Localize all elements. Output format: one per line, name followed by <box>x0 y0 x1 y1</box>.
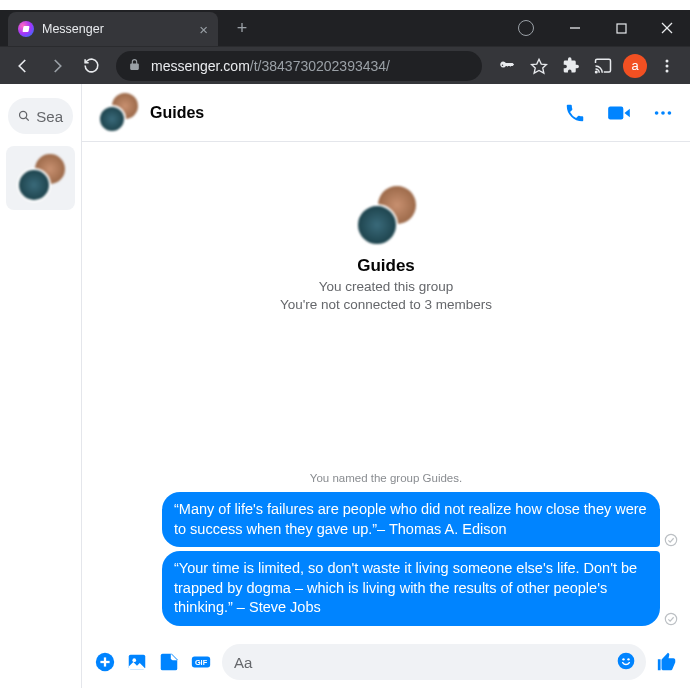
sent-receipt-icon <box>664 533 678 547</box>
url-host: messenger.com/t/3843730202393434/ <box>151 58 390 74</box>
tab-title: Messenger <box>42 22 191 36</box>
browser-menu-icon[interactable] <box>652 51 682 81</box>
messenger-favicon <box>18 21 34 37</box>
conversation-menu-icon[interactable] <box>652 102 674 124</box>
conversation-pane: Guides Guides You created this group <box>82 84 690 688</box>
svg-point-12 <box>655 111 659 115</box>
svg-point-25 <box>622 658 624 660</box>
sidebar: Sea <box>0 84 82 688</box>
emoji-picker-icon[interactable] <box>616 651 636 674</box>
svg-point-21 <box>132 658 136 662</box>
sticker-icon[interactable] <box>158 651 180 673</box>
forward-button[interactable] <box>42 51 72 81</box>
message-bubble[interactable]: “Your time is limited, so don't waste it… <box>162 551 660 626</box>
close-window-button[interactable] <box>644 10 690 46</box>
search-icon <box>18 108 30 124</box>
browser-chrome: Messenger × + <box>0 10 690 84</box>
add-attachment-icon[interactable] <box>94 651 116 673</box>
window-controls <box>506 10 690 46</box>
conversation-title: Guides <box>150 104 552 122</box>
svg-point-15 <box>665 535 676 546</box>
messenger-app: Sea Guides <box>0 84 690 688</box>
extensions-icon[interactable] <box>556 51 586 81</box>
header-actions <box>564 100 674 126</box>
group-avatar <box>17 154 65 202</box>
svg-line-10 <box>26 118 29 121</box>
conversation-header: Guides <box>82 84 690 142</box>
minimize-button[interactable] <box>552 10 598 46</box>
svg-rect-1 <box>617 24 626 33</box>
group-info-line1: You created this group <box>319 279 454 294</box>
url-field[interactable]: messenger.com/t/3843730202393434/ <box>116 51 482 81</box>
profile-avatar: a <box>623 54 647 78</box>
message-bubble[interactable]: “Many of life's failures are people who … <box>162 492 660 547</box>
group-avatar <box>356 186 416 246</box>
photo-icon[interactable] <box>126 651 148 673</box>
group-info-title: Guides <box>357 256 415 276</box>
message-row: “Your time is limited, so don't waste it… <box>82 549 690 628</box>
video-call-icon[interactable] <box>606 100 632 126</box>
svg-point-7 <box>666 64 669 67</box>
svg-point-9 <box>20 111 27 118</box>
svg-marker-4 <box>532 59 547 73</box>
maximize-button[interactable] <box>598 10 644 46</box>
conversation-list-item[interactable] <box>6 146 75 210</box>
back-button[interactable] <box>8 51 38 81</box>
message-row: “Many of life's failures are people who … <box>82 490 690 549</box>
group-info-line2: You're not connected to 3 members <box>280 297 492 312</box>
group-avatar <box>98 93 138 133</box>
message-placeholder: Aa <box>234 654 252 671</box>
composer: GIF Aa <box>82 636 690 688</box>
key-icon[interactable] <box>492 51 522 81</box>
search-input[interactable]: Sea <box>8 98 73 134</box>
sent-receipt-icon <box>664 612 678 626</box>
window-title-bar <box>0 0 690 10</box>
svg-point-24 <box>618 652 635 669</box>
svg-point-26 <box>627 658 629 660</box>
thumbs-up-icon[interactable] <box>656 651 678 673</box>
svg-rect-11 <box>608 106 623 119</box>
close-tab-icon[interactable]: × <box>199 21 208 38</box>
new-tab-button[interactable]: + <box>228 14 256 42</box>
voice-call-icon[interactable] <box>564 102 586 124</box>
lock-icon <box>128 58 141 74</box>
address-bar-icons: a <box>492 51 682 81</box>
system-message: You named the group Guides. <box>82 472 690 484</box>
browser-tab[interactable]: Messenger × <box>8 12 218 46</box>
svg-point-14 <box>668 111 672 115</box>
reload-button[interactable] <box>76 51 106 81</box>
svg-point-6 <box>666 59 669 62</box>
svg-point-16 <box>665 613 676 624</box>
message-input[interactable]: Aa <box>222 644 646 680</box>
svg-point-13 <box>661 111 665 115</box>
svg-point-5 <box>596 71 598 73</box>
search-placeholder: Sea <box>36 108 63 125</box>
tab-strip: Messenger × + <box>0 10 690 46</box>
account-icon[interactable] <box>506 10 552 46</box>
profile-button[interactable]: a <box>620 51 650 81</box>
address-bar: messenger.com/t/3843730202393434/ a <box>0 46 690 84</box>
cast-icon[interactable] <box>588 51 618 81</box>
group-info: Guides You created this group You're not… <box>82 142 690 312</box>
message-thread[interactable]: Guides You created this group You're not… <box>82 142 690 636</box>
gif-icon[interactable]: GIF <box>190 651 212 673</box>
svg-point-8 <box>666 69 669 72</box>
svg-text:GIF: GIF <box>195 658 208 667</box>
star-icon[interactable] <box>524 51 554 81</box>
